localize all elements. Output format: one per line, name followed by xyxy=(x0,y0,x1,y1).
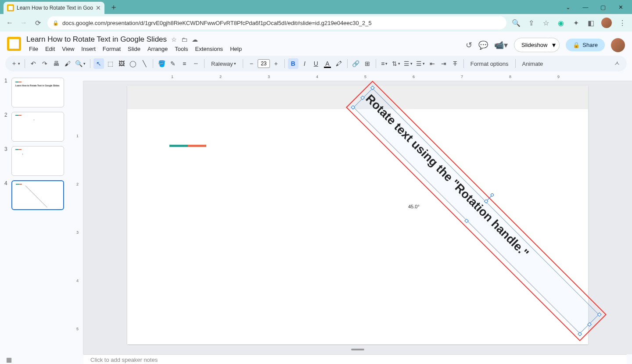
rotation-angle-label: 45.0° xyxy=(408,204,420,209)
new-tab-button[interactable]: ＋ xyxy=(108,0,119,14)
bold-button[interactable]: B xyxy=(288,58,298,69)
star-icon[interactable]: ☆ xyxy=(171,36,177,43)
highlight-button[interactable]: 🖍 xyxy=(334,58,344,69)
textbox-tool[interactable]: ⬚ xyxy=(105,58,115,69)
accent-bar xyxy=(169,145,206,147)
font-size-input[interactable] xyxy=(258,59,270,68)
decrease-font-button[interactable]: − xyxy=(246,58,257,69)
menu-extensions[interactable]: Extensions xyxy=(193,45,226,53)
slide-thumbnails: 1 Learn How to Rotate Text in Google Sli… xyxy=(0,74,75,354)
undo-button[interactable]: ↶ xyxy=(28,58,39,69)
chevron-down-icon[interactable]: ⌄ xyxy=(564,3,572,11)
sidepanel-icon[interactable]: ◧ xyxy=(586,18,595,27)
rotated-text-box[interactable]: Rotate text using the "Rotation handle." xyxy=(353,88,599,334)
format-options-button[interactable]: Format options xyxy=(467,58,512,69)
lock-icon: 🔒 xyxy=(53,20,59,26)
horizontal-ruler: 1 2 3 4 5 6 7 8 9 xyxy=(83,74,632,81)
text-color-button[interactable]: A xyxy=(322,58,333,69)
tab-title: Learn How to Rotate Text in Goo xyxy=(17,5,93,11)
border-weight-button[interactable]: ≡ xyxy=(179,58,190,69)
history-icon[interactable]: ↺ xyxy=(466,40,472,50)
font-select[interactable]: Raleway xyxy=(208,58,240,69)
maximize-button[interactable]: ▢ xyxy=(599,3,607,11)
increase-indent-button[interactable]: ⇥ xyxy=(438,58,449,69)
meet-icon[interactable]: 📹▾ xyxy=(494,40,508,50)
new-slide-button[interactable]: ＋ xyxy=(10,58,22,69)
document-title[interactable]: Learn How to Rotate Text in Google Slide… xyxy=(26,35,167,44)
menu-help[interactable]: Help xyxy=(227,45,244,53)
increase-font-button[interactable]: + xyxy=(271,58,281,69)
menu-format[interactable]: Format xyxy=(100,45,123,53)
comments-icon[interactable]: 💬 xyxy=(478,40,488,50)
line-tool[interactable]: ╲ xyxy=(139,58,150,69)
zoom-icon[interactable]: 🔍 xyxy=(512,18,521,27)
vertical-ruler: 1 2 3 4 5 xyxy=(75,81,83,354)
address-bar[interactable]: 🔒 docs.google.com/presentation/d/1grvE0g… xyxy=(47,16,506,29)
canvas-area: 1 2 3 4 5 6 7 8 9 1 2 3 4 5 xyxy=(75,74,632,354)
link-button[interactable]: 🔗 xyxy=(351,58,361,69)
select-tool[interactable]: ↖ xyxy=(93,58,104,69)
collapse-toolbar-button[interactable]: ㅅ xyxy=(612,58,622,69)
reload-button[interactable]: ⟳ xyxy=(33,18,42,27)
menu-arrange[interactable]: Arrange xyxy=(145,45,170,53)
browser-titlebar: Learn How to Rotate Text in Goo ✕ ＋ ⌄ — … xyxy=(0,0,632,14)
browser-urlbar: ← → ⟳ 🔒 docs.google.com/presentation/d/1… xyxy=(0,14,632,32)
slides-logo[interactable] xyxy=(7,37,21,51)
profile-avatar[interactable] xyxy=(601,18,612,28)
notes-drag-handle[interactable] xyxy=(351,349,364,350)
numbered-list-button[interactable]: ☰ xyxy=(402,58,414,69)
toolbar: ＋ ↶ ↷ 🖶 🖌 🔍 ↖ ⬚ 🖼 ◯ ╲ 🪣 ✎ ≡ ┄ Raleway − … xyxy=(5,56,627,71)
menu-tools[interactable]: Tools xyxy=(172,45,190,53)
thumbnail-2[interactable] xyxy=(11,112,64,142)
close-window-button[interactable]: ✕ xyxy=(616,3,625,11)
menu-view[interactable]: View xyxy=(59,45,77,53)
account-avatar[interactable] xyxy=(611,38,625,52)
extensions-icon[interactable]: ✦ xyxy=(571,18,580,27)
share-button[interactable]: 🔒 Share xyxy=(566,39,605,51)
thumbnail-3[interactable] xyxy=(11,146,64,176)
paint-format-button[interactable]: 🖌 xyxy=(62,58,73,69)
redo-button[interactable]: ↷ xyxy=(40,58,50,69)
forward-button[interactable]: → xyxy=(19,18,28,27)
menu-edit[interactable]: Edit xyxy=(43,45,57,53)
browser-tab[interactable]: Learn How to Rotate Text in Goo ✕ xyxy=(4,2,104,14)
slideshow-dropdown[interactable]: ▾ xyxy=(549,38,560,52)
thumbnail-4[interactable] xyxy=(11,180,64,210)
slides-favicon xyxy=(7,4,14,11)
image-tool[interactable]: 🖼 xyxy=(116,58,127,69)
menu-bar: File Edit View Insert Format Slide Arran… xyxy=(26,45,460,53)
line-spacing-button[interactable]: ⇅ xyxy=(391,58,402,69)
menu-slide[interactable]: Slide xyxy=(125,45,143,53)
shape-tool[interactable]: ◯ xyxy=(128,58,138,69)
menu-insert[interactable]: Insert xyxy=(79,45,98,53)
thumbnail-1[interactable]: Learn How to Rotate Text in Google Slide… xyxy=(11,78,64,107)
grammarly-icon[interactable]: ◉ xyxy=(557,18,565,27)
slide-canvas[interactable]: Rotate text using the "Rotation handle."… xyxy=(127,86,588,344)
close-tab-icon[interactable]: ✕ xyxy=(96,4,101,11)
print-button[interactable]: 🖶 xyxy=(51,58,61,69)
underline-button[interactable]: U xyxy=(311,58,321,69)
align-button[interactable]: ≡ xyxy=(379,58,390,69)
fill-color-button[interactable]: 🪣 xyxy=(156,58,167,69)
app-header: Learn How to Rotate Text in Google Slide… xyxy=(0,32,632,53)
minimize-button[interactable]: — xyxy=(581,3,590,11)
italic-button[interactable]: I xyxy=(299,58,310,69)
rotated-text[interactable]: Rotate text using the "Rotation handle." xyxy=(357,92,595,330)
move-icon[interactable]: 🗀 xyxy=(181,36,187,43)
cloud-icon[interactable]: ☁ xyxy=(192,36,198,43)
zoom-button[interactable]: 🔍 xyxy=(74,58,87,69)
url-text: docs.google.com/presentation/d/1grvE0gjh… xyxy=(62,20,372,26)
border-color-button[interactable]: ✎ xyxy=(168,58,178,69)
menu-file[interactable]: File xyxy=(26,45,41,53)
border-dash-button[interactable]: ┄ xyxy=(190,58,201,69)
back-button[interactable]: ← xyxy=(5,18,14,27)
comment-button[interactable]: ⊞ xyxy=(362,58,373,69)
decrease-indent-button[interactable]: ⇤ xyxy=(427,58,438,69)
bookmark-icon[interactable]: ☆ xyxy=(542,18,550,27)
explore-icon[interactable]: ▦ xyxy=(6,356,12,363)
menu-icon[interactable]: ⋮ xyxy=(618,18,627,27)
animate-button[interactable]: Animate xyxy=(519,58,547,69)
share-url-icon[interactable]: ⇪ xyxy=(527,18,535,27)
bulleted-list-button[interactable]: ☰ xyxy=(415,58,426,69)
clear-format-button[interactable]: T xyxy=(450,58,460,69)
